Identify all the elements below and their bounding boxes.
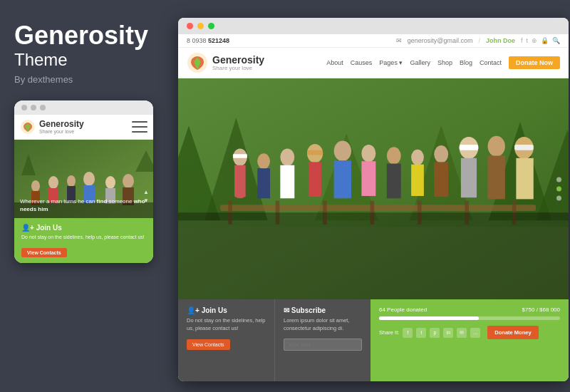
nav-gallery[interactable]: Gallery <box>410 59 430 66</box>
topbar-email: generosity@gmail.com <box>408 37 473 44</box>
share-email[interactable]: ✉ <box>457 328 467 338</box>
mobile-browser-bar <box>14 100 153 115</box>
svg-point-40 <box>280 149 294 166</box>
share-linkedin[interactable]: in <box>443 328 453 338</box>
theme-title: Generosity Theme <box>14 21 153 74</box>
browser-mockup: 8 0938 521248 ✉ generosity@gmail.com / J… <box>178 18 569 381</box>
mobile-hero-caption: Wherever a man turns he can find someone… <box>20 197 147 213</box>
subscribe-title: ✉ Subscribe <box>284 306 362 314</box>
svg-rect-41 <box>280 165 294 199</box>
hero-dot-1[interactable] <box>556 177 561 182</box>
mobile-hero: Wherever a man turns he can find someone… <box>14 140 153 218</box>
mobile-nav-arrows[interactable]: ▲ ▼ <box>143 189 149 204</box>
mobile-hero-photo: Wherever a man turns he can find someone… <box>14 140 153 218</box>
mobile-join-button[interactable]: View Contacts <box>21 248 67 257</box>
svg-point-3 <box>31 180 40 192</box>
logo-text: Generosity Share your love <box>212 55 264 71</box>
topbar-email-icon: ✉ <box>396 37 402 44</box>
nav-pages[interactable]: Pages ▾ <box>379 59 403 66</box>
svg-point-45 <box>334 140 351 161</box>
subscribe-input[interactable] <box>284 339 362 351</box>
svg-rect-46 <box>334 160 351 198</box>
join-desc: Do not stay on the sidelines, help us, p… <box>187 317 266 332</box>
logo-icon <box>187 52 208 73</box>
svg-point-58 <box>488 136 505 157</box>
svg-rect-35 <box>233 154 247 158</box>
twitter-icon[interactable]: t <box>526 37 528 44</box>
mobile-join-desc: Do not stay on the sidelines, help us, p… <box>21 234 146 241</box>
share-more[interactable]: … <box>470 328 480 338</box>
nav-causes[interactable]: Causes <box>351 59 373 66</box>
mobile-logo-icon <box>20 119 36 135</box>
rss-icon[interactable]: ⊕ <box>532 37 537 44</box>
hero-photo <box>178 78 569 299</box>
lock-icon[interactable]: 🔒 <box>541 37 549 44</box>
mobile-dot-3 <box>40 105 46 110</box>
svg-point-13 <box>123 174 134 188</box>
hamburger-icon[interactable] <box>132 121 147 133</box>
mobile-join-title: 👤+ Join Us <box>21 224 146 232</box>
donate-amount: $750 / $68 000 <box>522 306 560 313</box>
hero-dot-2[interactable] <box>556 187 561 192</box>
topbar-right: ✉ generosity@gmail.com / John Doe f t ⊕ … <box>396 37 560 44</box>
site-logo: Generosity Share your love <box>187 52 264 73</box>
topbar-username[interactable]: John Doe <box>486 37 515 44</box>
mobile-nav: Generosity Share your love <box>14 115 153 140</box>
mobile-arrow-up[interactable]: ▲ <box>143 189 149 195</box>
svg-point-51 <box>411 150 424 165</box>
svg-point-53 <box>434 145 448 163</box>
browser-dot-red[interactable] <box>187 23 193 29</box>
svg-rect-50 <box>387 164 401 199</box>
svg-rect-61 <box>514 145 534 150</box>
svg-point-47 <box>361 145 375 162</box>
mobile-dot-1 <box>21 105 27 110</box>
hero-svg <box>178 78 569 299</box>
nav-donate-button[interactable]: Donate Now <box>509 56 560 69</box>
donate-info: 64 People donated $750 / $68 000 <box>379 306 560 313</box>
browser-bar <box>178 18 569 34</box>
share-facebook[interactable]: f <box>403 328 413 338</box>
share-twitter[interactable]: t <box>416 328 426 338</box>
nav-shop[interactable]: Shop <box>437 59 452 66</box>
mobile-arrow-down[interactable]: ▼ <box>143 197 149 204</box>
mobile-mockup: Generosity Share your love <box>14 100 153 264</box>
svg-rect-54 <box>434 162 448 197</box>
donate-money-button[interactable]: Donate Money <box>487 326 538 339</box>
hero-dots <box>556 177 561 201</box>
browser-dot-green[interactable] <box>208 23 214 29</box>
share-pinterest[interactable]: p <box>430 328 440 338</box>
nav-contact[interactable]: Contact <box>480 59 502 66</box>
mobile-dot-2 <box>31 105 36 110</box>
hero-area <box>178 78 569 299</box>
facebook-icon[interactable]: f <box>521 37 523 44</box>
share-label: Share It: <box>379 329 399 336</box>
svg-point-9 <box>83 172 95 186</box>
donate-progress-bar <box>379 316 560 320</box>
search-icon[interactable]: 🔍 <box>552 37 560 44</box>
browser-dot-yellow[interactable] <box>197 23 204 29</box>
svg-point-5 <box>48 176 58 189</box>
join-title: 👤+ Join Us <box>187 306 266 314</box>
hero-dot-3[interactable] <box>556 196 561 201</box>
mobile-logo: Generosity Share your love <box>20 119 84 135</box>
svg-rect-64 <box>178 212 569 299</box>
nav-blog[interactable]: Blog <box>460 59 472 66</box>
svg-point-37 <box>234 190 246 198</box>
svg-rect-44 <box>309 162 321 197</box>
donate-people: 64 People donated <box>379 306 427 313</box>
svg-rect-39 <box>257 168 270 198</box>
join-button[interactable]: View Contacts <box>187 339 230 350</box>
svg-rect-59 <box>488 156 505 200</box>
svg-rect-43 <box>307 150 323 155</box>
svg-rect-26 <box>220 205 536 211</box>
theme-author: By dexthemes <box>14 74 153 85</box>
left-panel: Generosity Theme By dexthemes Generosity… <box>0 0 167 392</box>
svg-rect-52 <box>411 165 424 196</box>
topbar-phone: 8 0938 521248 <box>187 37 229 44</box>
nav-about[interactable]: About <box>326 59 343 66</box>
site-nav: Generosity Share your love About Causes … <box>178 48 569 78</box>
mobile-logo-text: Generosity Share your love <box>39 120 84 134</box>
subscribe-desc: Lorem ipsum dolor sit amet, consectetur … <box>284 317 362 332</box>
nav-links: About Causes Pages ▾ Gallery Shop Blog C… <box>326 56 560 69</box>
subscribe-icon: ✉ <box>284 306 291 314</box>
